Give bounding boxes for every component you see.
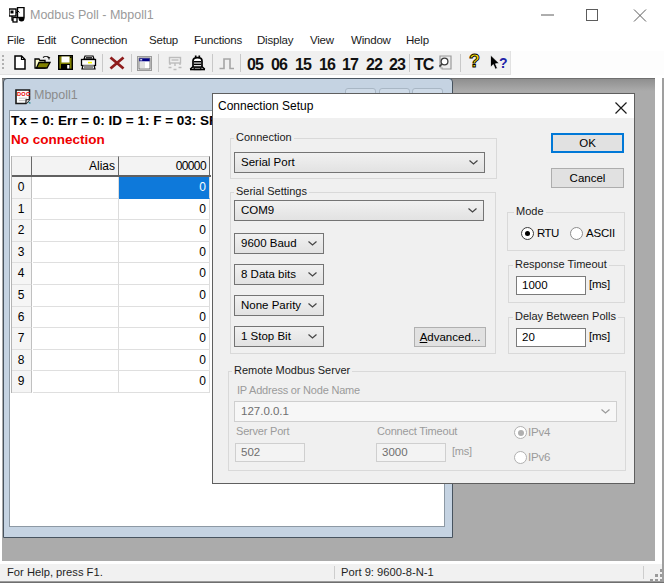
svg-text:DOC: DOC bbox=[17, 91, 30, 97]
svg-text:?: ? bbox=[499, 55, 508, 71]
